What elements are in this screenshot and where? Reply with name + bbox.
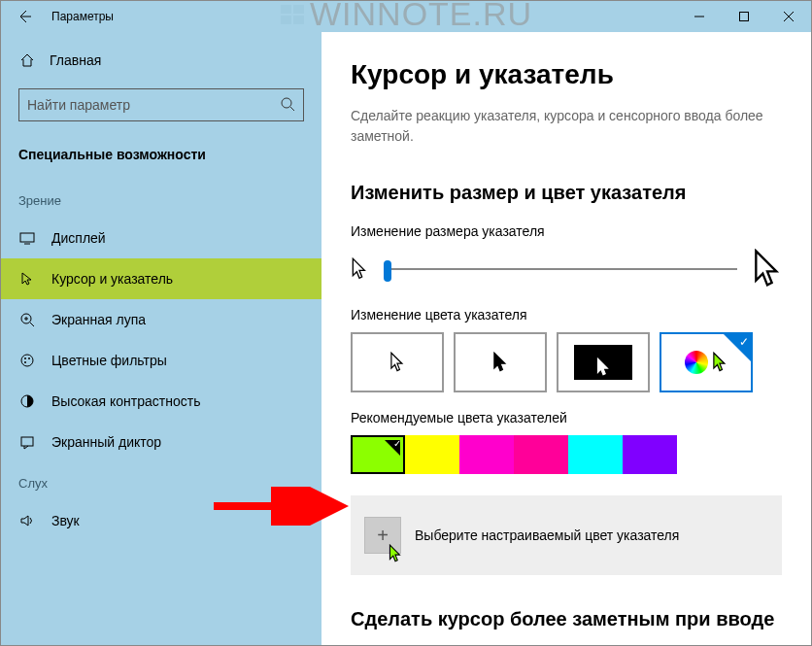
sidebar-item-narrator[interactable]: Экранный диктор	[1, 422, 321, 462]
svg-point-13	[24, 357, 26, 359]
pointer-color-inverted[interactable]	[557, 332, 650, 392]
window-title: Параметры	[48, 10, 114, 23]
svg-point-14	[28, 357, 30, 359]
narrator-icon	[18, 433, 36, 451]
sidebar-item-label: Цветные фильтры	[51, 353, 167, 368]
recommended-color-swatch[interactable]	[405, 435, 459, 474]
color-label: Изменение цвета указателя	[351, 307, 782, 323]
cursor-small-icon	[351, 257, 368, 281]
content-pane: Курсор и указатель Сделайте реакцию указ…	[321, 32, 811, 645]
add-custom-color-button[interactable]: +	[364, 517, 401, 554]
sidebar: Главная Найти параметр Специальные возмо…	[1, 32, 321, 645]
svg-rect-6	[20, 233, 34, 242]
sidebar-item-palette[interactable]: Цветные фильтры	[1, 340, 321, 381]
sidebar-item-label: Курсор и указатель	[51, 271, 173, 287]
recommended-color-swatch[interactable]	[459, 435, 514, 474]
pointer-color-white[interactable]	[351, 332, 444, 392]
page-description: Сделайте реакцию указателя, курсора и се…	[351, 106, 768, 147]
custom-color-row[interactable]: + Выберите настраиваемый цвет указателя	[351, 495, 782, 575]
search-placeholder: Найти параметр	[27, 97, 130, 113]
page-title: Курсор и указатель	[351, 59, 782, 90]
home-nav[interactable]: Главная	[1, 42, 321, 79]
recommended-color-swatch[interactable]	[623, 435, 677, 474]
svg-point-4	[282, 98, 291, 108]
sidebar-item-cursor[interactable]: Курсор и указатель	[1, 258, 321, 299]
section-title: Специальные возможности	[1, 139, 321, 180]
sound-icon	[18, 512, 36, 529]
search-icon	[280, 96, 295, 115]
pointer-color-black[interactable]	[454, 332, 547, 392]
sidebar-item-label: Высокая контрастность	[51, 393, 200, 409]
palette-icon	[18, 352, 36, 369]
sidebar-item-label: Дисплей	[51, 230, 106, 246]
svg-point-15	[24, 361, 26, 363]
minimize-button[interactable]	[677, 1, 722, 32]
sidebar-item-label: Звук	[51, 513, 80, 528]
sidebar-item-magnifier[interactable]: Экранная лупа	[1, 299, 321, 340]
back-button[interactable]	[1, 1, 48, 32]
svg-point-12	[21, 355, 33, 366]
check-icon	[724, 334, 751, 361]
size-label: Изменение размера указателя	[351, 223, 782, 239]
section-cursor-visible: Сделать курсор более заметным при вводе	[351, 608, 782, 630]
sidebar-item-display[interactable]: Дисплей	[1, 218, 321, 258]
close-button[interactable]	[766, 1, 811, 32]
group-label: Слух	[1, 462, 321, 500]
recommended-color-swatch[interactable]	[514, 435, 568, 474]
group-label: Зрение	[1, 180, 321, 218]
cursor-overlay-icon	[389, 544, 402, 563]
home-icon	[18, 51, 36, 69]
sidebar-item-contrast[interactable]: Высокая контрастность	[1, 381, 321, 422]
sidebar-item-label: Экранный диктор	[51, 434, 161, 450]
cursor-icon	[18, 270, 36, 288]
pointer-color-custom[interactable]	[660, 332, 753, 392]
svg-line-9	[30, 323, 34, 326]
svg-line-5	[290, 107, 294, 111]
section-size-color: Изменить размер и цвет указателя	[351, 182, 782, 204]
contrast-icon	[18, 392, 36, 410]
colorwheel-icon	[685, 351, 708, 374]
home-label: Главная	[50, 52, 101, 68]
svg-rect-1	[740, 13, 749, 21]
pointer-size-slider[interactable]	[384, 268, 737, 270]
maximize-button[interactable]	[722, 1, 766, 32]
slider-thumb[interactable]	[384, 260, 391, 282]
svg-rect-17	[21, 437, 33, 446]
recommended-color-swatch[interactable]	[568, 435, 623, 474]
sidebar-item-label: Экранная лупа	[51, 312, 146, 327]
magnifier-icon	[18, 311, 36, 328]
search-input[interactable]: Найти параметр	[18, 88, 304, 121]
sidebar-item-sound[interactable]: Звук	[1, 500, 321, 541]
display-icon	[18, 229, 36, 247]
cursor-large-icon	[753, 249, 782, 289]
custom-color-label: Выберите настраиваемый цвет указателя	[415, 527, 679, 543]
recommended-color-swatch[interactable]	[351, 435, 405, 474]
recommended-label: Рекомендуемые цвета указателей	[351, 410, 782, 425]
